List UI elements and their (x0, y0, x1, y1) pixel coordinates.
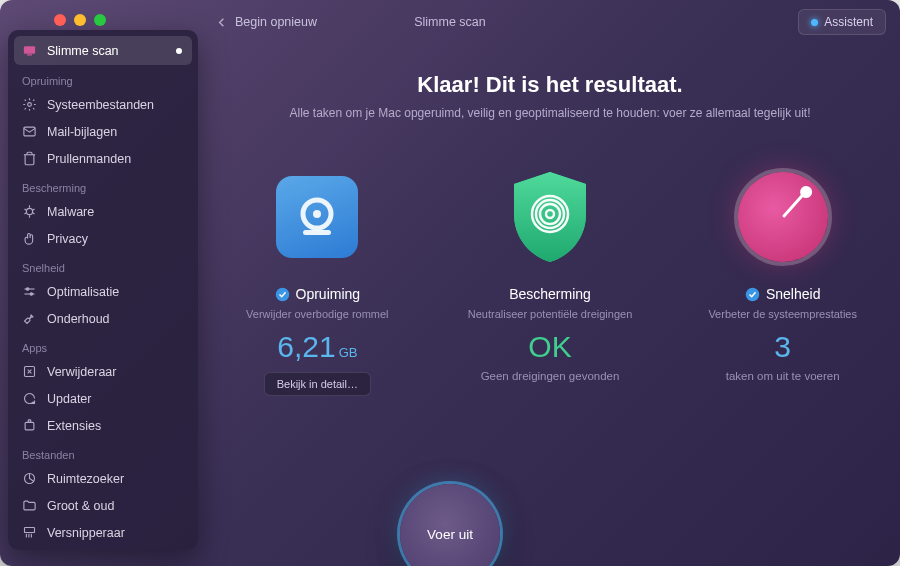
mail-icon (22, 124, 37, 139)
card-speed-value: 3 (774, 330, 791, 364)
results-headline: Klaar! Dit is het resultaat. (417, 72, 682, 98)
sidebar-section-header: Bestanden (8, 439, 198, 465)
sidebar-item-label: Groot & oud (47, 499, 114, 513)
main-content: Klaar! Dit is het resultaat. Alle taken … (200, 60, 900, 566)
sidebar-item-shredder[interactable]: Versnipperaar (8, 519, 198, 546)
sidebar-item-optimization[interactable]: Optimalisatie (8, 278, 198, 305)
sidebar-item-maintenance[interactable]: Onderhoud (8, 305, 198, 332)
card-protection-title: Bescherming (509, 286, 591, 302)
card-cleanup-title: Opruiming (296, 286, 361, 302)
gear-icon (22, 97, 37, 112)
shield-artwork (504, 168, 596, 266)
card-protection: Bescherming Neutraliseer potentiële drei… (453, 168, 648, 396)
box-x-icon (22, 364, 37, 379)
chevron-left-icon (214, 15, 229, 30)
svg-point-4 (26, 208, 32, 214)
back-label: Begin opnieuw (235, 15, 317, 29)
svg-point-22 (275, 287, 289, 301)
svg-rect-15 (25, 528, 35, 533)
gauge-artwork (737, 168, 829, 266)
shield-icon (506, 168, 594, 266)
cleanup-unit: GB (339, 345, 358, 360)
assistant-indicator-icon (811, 19, 818, 26)
card-cleanup-value: 6,21GB (277, 330, 357, 364)
assistant-label: Assistent (824, 15, 873, 29)
sidebar-item-label: Mail-bijlagen (47, 125, 117, 139)
disk-icon (294, 194, 340, 240)
sidebar-item-label: Onderhoud (47, 312, 110, 326)
sidebar-item-malware[interactable]: Malware (8, 198, 198, 225)
svg-point-2 (28, 103, 32, 107)
sidebar-item-label: Optimalisatie (47, 285, 119, 299)
sidebar-item-privacy[interactable]: Privacy (8, 225, 198, 252)
active-indicator-icon (176, 48, 182, 54)
puzzle-icon (22, 418, 37, 433)
refresh-icon (22, 391, 37, 406)
sidebar-item-extensions[interactable]: Extensies (8, 412, 198, 439)
sidebar-item-system-junk[interactable]: Systeembestanden (8, 91, 198, 118)
pie-icon (22, 471, 37, 486)
check-badge-icon (745, 287, 760, 302)
sidebar-item-label: Ruimtezoeker (47, 472, 124, 486)
svg-point-8 (30, 293, 33, 296)
bug-icon (22, 204, 37, 219)
svg-point-24 (746, 287, 760, 301)
close-window-button[interactable] (54, 14, 66, 26)
app-window: Begin opnieuw Slimme scan Assistent Slim… (0, 0, 900, 566)
shredder-icon (22, 525, 37, 540)
sidebar-item-label: Verwijderaar (47, 365, 116, 379)
sidebar-section-header: Opruiming (8, 65, 198, 91)
sidebar-item-label: Extensies (47, 419, 101, 433)
sidebar-item-label: Versnipperaar (47, 526, 125, 540)
card-cleanup-subtitle: Verwijder overbodige rommel (246, 308, 388, 320)
check-badge-icon (275, 287, 290, 302)
card-speed-status: taken om uit te voeren (726, 370, 840, 382)
card-speed-title: Snelheid (766, 286, 821, 302)
card-protection-status: Geen dreigingen gevonden (481, 370, 620, 382)
sidebar-item-label: Malware (47, 205, 94, 219)
card-cleanup: Opruiming Verwijder overbodige rommel 6,… (220, 168, 415, 396)
sidebar-section-header: Bescherming (8, 172, 198, 198)
back-button[interactable]: Begin opnieuw (214, 15, 317, 30)
sidebar-item-smart-scan[interactable]: Slimme scan (14, 36, 192, 65)
svg-point-20 (313, 210, 321, 218)
maximize-window-button[interactable] (94, 14, 106, 26)
sidebar-item-space-lens[interactable]: Ruimtezoeker (8, 465, 198, 492)
sidebar-item-label: Slimme scan (47, 44, 119, 58)
assistant-button[interactable]: Assistent (798, 9, 886, 35)
gauge-icon (738, 172, 828, 262)
wrench-icon (22, 311, 37, 326)
sidebar-item-uninstaller[interactable]: Verwijderaar (8, 358, 198, 385)
sidebar-item-trash-bins[interactable]: Prullenmanden (8, 145, 198, 172)
smart-scan-icon (22, 43, 37, 58)
sidebar-item-label: Systeembestanden (47, 98, 154, 112)
sidebar: Slimme scan Opruiming Systeembestanden M… (8, 30, 198, 550)
sidebar-item-mail-attachments[interactable]: Mail-bijlagen (8, 118, 198, 145)
card-protection-value: OK (528, 330, 571, 364)
hand-icon (22, 231, 37, 246)
view-detail-button[interactable]: Bekijk in detail… (264, 372, 371, 396)
svg-rect-0 (24, 46, 35, 54)
sidebar-item-large-old[interactable]: Groot & oud (8, 492, 198, 519)
card-protection-subtitle: Neutraliseer potentiële dreigingen (468, 308, 633, 320)
cleanup-number: 6,21 (277, 330, 335, 363)
card-protection-title-row: Bescherming (509, 286, 591, 302)
svg-point-7 (26, 288, 29, 291)
sidebar-item-label: Prullenmanden (47, 152, 131, 166)
svg-rect-13 (28, 420, 31, 423)
card-speed-subtitle: Verbeter de systeemprestaties (708, 308, 857, 320)
window-controls (54, 14, 106, 26)
svg-rect-21 (303, 230, 331, 235)
card-speed: Snelheid Verbeter de systeemprestaties 3… (685, 168, 880, 396)
sidebar-item-label: Updater (47, 392, 91, 406)
sidebar-section-header: Apps (8, 332, 198, 358)
svg-rect-1 (27, 54, 32, 55)
sidebar-item-updater[interactable]: Updater (8, 385, 198, 412)
svg-rect-12 (25, 422, 34, 430)
minimize-window-button[interactable] (74, 14, 86, 26)
sidebar-item-label: Privacy (47, 232, 88, 246)
sliders-icon (22, 284, 37, 299)
run-label: Voer uit (427, 527, 473, 542)
window-title: Slimme scan (414, 15, 486, 29)
card-cleanup-title-row: Opruiming (275, 286, 361, 302)
